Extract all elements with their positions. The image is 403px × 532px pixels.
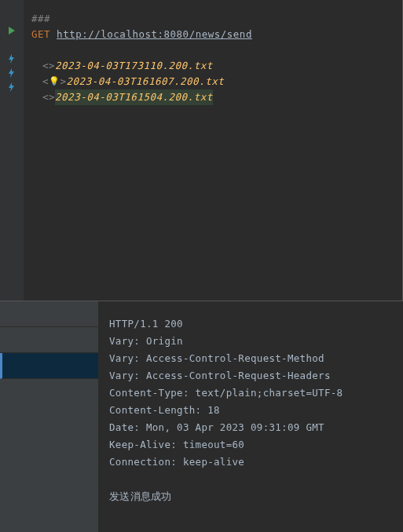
gutter xyxy=(0,0,24,301)
request-url[interactable]: http://localhost:8080/news/send xyxy=(57,27,252,42)
response-line: Vary: Access-Control-Request-Headers xyxy=(109,367,392,384)
response-line: Date: Mon, 03 Apr 2023 09:31:09 GMT xyxy=(109,419,392,436)
result-filename[interactable]: 2023-04-03T173110.200.txt xyxy=(55,58,213,74)
gutter-spacer xyxy=(6,11,17,22)
history-tab-active[interactable] xyxy=(0,353,98,379)
bracket-marker: <> xyxy=(42,89,55,105)
response-line: Connection: keep-alive xyxy=(109,454,392,471)
editor-pane: ### GET http://localhost:8080/news/send … xyxy=(0,0,403,301)
bracket-marker: < xyxy=(42,74,49,89)
response-line: Content-Length: 18 xyxy=(109,402,392,419)
result-icon[interactable] xyxy=(6,67,17,78)
response-body[interactable]: HTTP/1.1 200Vary: OriginVary: Access-Con… xyxy=(98,301,403,532)
result-file-row[interactable]: <> 2023-04-03T161504.200.txt xyxy=(31,89,398,105)
response-line: Vary: Access-Control-Request-Method xyxy=(109,350,392,367)
result-filename[interactable]: 2023-04-03T161504.200.txt xyxy=(55,89,213,105)
separator-comment: ### xyxy=(31,11,50,27)
history-tabs xyxy=(0,301,98,532)
response-line: Content-Type: text/plain;charset=UTF-8 xyxy=(109,384,392,402)
response-panel: HTTP/1.1 200Vary: OriginVary: Access-Con… xyxy=(0,301,403,532)
gutter-spacer xyxy=(6,39,17,50)
code-area[interactable]: ### GET http://localhost:8080/news/send … xyxy=(24,0,402,301)
response-line: Keep-Alive: timeout=60 xyxy=(109,436,392,454)
response-line: HTTP/1.1 200 xyxy=(109,315,392,333)
http-method: GET xyxy=(31,27,50,42)
result-file-row[interactable]: <💡> 2023-04-03T161607.200.txt xyxy=(31,74,398,89)
result-icon[interactable] xyxy=(6,53,17,64)
history-tab[interactable] xyxy=(0,301,98,327)
result-filename[interactable]: 2023-04-03T161607.200.txt xyxy=(67,74,225,89)
response-line: 发送消息成功 xyxy=(109,488,392,505)
result-file-row[interactable]: <> 2023-04-03T173110.200.txt xyxy=(31,58,398,74)
run-icon[interactable] xyxy=(6,25,17,36)
history-tab[interactable] xyxy=(0,327,98,353)
lightbulb-icon[interactable]: 💡 xyxy=(49,74,60,89)
response-line xyxy=(109,471,392,488)
bracket-marker: <> xyxy=(42,58,55,74)
response-line: Vary: Origin xyxy=(109,333,392,350)
result-icon[interactable] xyxy=(6,82,17,93)
